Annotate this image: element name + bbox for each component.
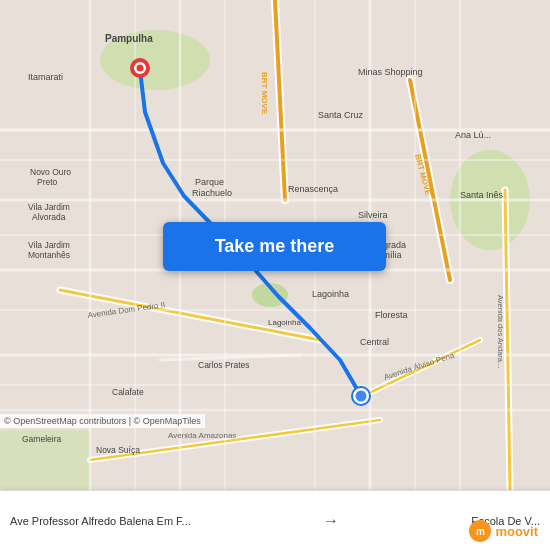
- svg-text:Vila Jardim: Vila Jardim: [28, 202, 70, 212]
- svg-text:Central: Central: [360, 337, 389, 347]
- svg-text:Avenida Amazonas: Avenida Amazonas: [168, 431, 236, 440]
- origin-marker: [352, 387, 370, 405]
- svg-text:Renascença: Renascença: [288, 184, 338, 194]
- svg-text:Parque: Parque: [195, 177, 224, 187]
- svg-text:Calafate: Calafate: [112, 387, 144, 397]
- map-attribution: © OpenStreetMap contributors | © OpenMap…: [0, 414, 205, 428]
- origin-section: Ave Professor Alfredo Balena Em F...: [10, 515, 191, 527]
- svg-point-69: [137, 65, 144, 72]
- svg-text:Itamarati: Itamarati: [28, 72, 63, 82]
- bottom-bar: Ave Professor Alfredo Balena Em F... → E…: [0, 490, 550, 550]
- svg-text:Novo Ouro: Novo Ouro: [30, 167, 71, 177]
- svg-text:Alvorada: Alvorada: [32, 212, 66, 222]
- svg-text:Vila Jardim: Vila Jardim: [28, 240, 70, 250]
- svg-text:Montanhês: Montanhês: [28, 250, 70, 260]
- svg-text:BRT MOVE: BRT MOVE: [260, 72, 269, 115]
- moovit-logo-text: moovit: [495, 524, 538, 539]
- svg-text:Avenida dos Andara...: Avenida dos Andara...: [496, 295, 505, 368]
- origin-label: Ave Professor Alfredo Balena Em F...: [10, 515, 191, 527]
- destination-marker: [130, 58, 150, 78]
- route-arrow: →: [323, 512, 339, 530]
- svg-text:Preto: Preto: [37, 177, 58, 187]
- take-me-there-button[interactable]: Take me there: [163, 222, 386, 271]
- svg-text:Ana Lú...: Ana Lú...: [455, 130, 491, 140]
- svg-text:Riachuelo: Riachuelo: [192, 188, 232, 198]
- svg-text:Silveira: Silveira: [358, 210, 388, 220]
- svg-text:Lagoinha: Lagoinha: [312, 289, 349, 299]
- svg-point-71: [356, 391, 367, 402]
- svg-text:Carlos Prates: Carlos Prates: [198, 360, 250, 370]
- svg-text:Floresta: Floresta: [375, 310, 408, 320]
- svg-text:Nova Suíça: Nova Suíça: [96, 445, 140, 455]
- svg-text:Santa Cruz: Santa Cruz: [318, 110, 364, 120]
- svg-text:Pampulha: Pampulha: [105, 33, 153, 44]
- map-container: Pampulha Itamarati Minas Shopping Santa …: [0, 0, 550, 490]
- svg-text:Lagoinha: Lagoinha: [268, 318, 301, 327]
- moovit-logo-icon: m: [469, 520, 491, 542]
- moovit-logo: m moovit: [469, 520, 538, 542]
- svg-text:Gameleira: Gameleira: [22, 434, 61, 444]
- svg-text:Santa Inês: Santa Inês: [460, 190, 504, 200]
- svg-text:Minas Shopping: Minas Shopping: [358, 67, 423, 77]
